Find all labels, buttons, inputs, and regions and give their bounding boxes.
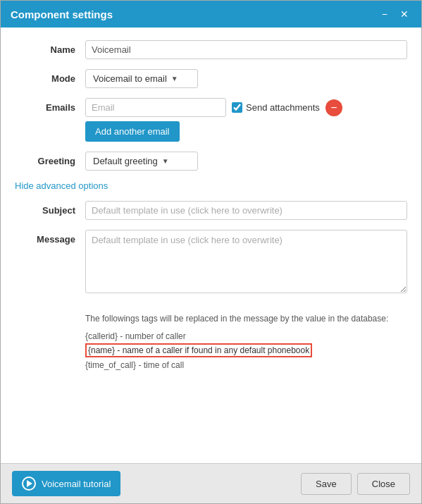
email-input-wrap: [85, 98, 226, 117]
message-field-wrap: [85, 230, 407, 295]
remove-email-button[interactable]: −: [325, 99, 342, 116]
tags-info-row: The followings tags will be replaced in …: [15, 305, 407, 372]
send-attachments-label: Send attachments: [246, 102, 320, 113]
form-content: Name Mode Voicemail to email ▼ Emails: [1, 27, 421, 463]
close-button[interactable]: Close: [357, 473, 410, 495]
message-row: Message: [15, 230, 407, 295]
send-attachments-wrap: Send attachments: [232, 102, 320, 113]
mode-field-wrap: Voicemail to email ▼: [85, 69, 407, 88]
message-textarea[interactable]: [85, 230, 407, 293]
name-input[interactable]: [85, 40, 407, 59]
play-icon: [22, 477, 36, 491]
greeting-dropdown-arrow: ▼: [162, 157, 169, 165]
send-attachments-checkbox[interactable]: [232, 102, 242, 113]
title-bar: Component settings − ✕: [1, 1, 421, 27]
tags-info-label-spacer: [15, 305, 85, 309]
tag2-highlighted: {name} - name of a caller if found in an…: [85, 343, 407, 357]
subject-input[interactable]: [85, 201, 407, 220]
save-button[interactable]: Save: [301, 473, 352, 495]
footer-right-buttons: Save Close: [301, 473, 410, 495]
email-input[interactable]: [85, 98, 226, 117]
close-window-button[interactable]: ✕: [397, 8, 411, 20]
tags-info-content: The followings tags will be replaced in …: [85, 305, 407, 372]
greeting-row: Greeting Default greeting ▼: [15, 152, 407, 171]
greeting-field-wrap: Default greeting ▼: [85, 152, 407, 171]
hide-advanced-link[interactable]: Hide advanced options: [15, 180, 407, 191]
footer: Voicemail tutorial Save Close: [1, 463, 421, 503]
subject-row: Subject: [15, 201, 407, 220]
email-entry-row: Send attachments −: [85, 98, 407, 117]
mode-row: Mode Voicemail to email ▼: [15, 69, 407, 88]
add-email-button[interactable]: Add another email: [85, 121, 180, 142]
name-field-wrap: [85, 40, 407, 59]
dialog-title: Component settings: [11, 8, 113, 20]
advanced-section: Subject Message The followings tags will…: [15, 201, 407, 382]
tags-info-text: The followings tags will be replaced in …: [85, 312, 407, 325]
mode-dropdown-arrow: ▼: [171, 75, 178, 82]
tag3: {time_of_call} - time of call: [85, 358, 407, 372]
emails-section: Send attachments − Add another email: [85, 98, 407, 142]
name-label: Name: [15, 40, 85, 55]
emails-row: Emails Send attachments − Add another em…: [15, 98, 407, 142]
emails-field-wrap: Send attachments − Add another email: [85, 98, 407, 142]
tutorial-label: Voicemail tutorial: [42, 479, 111, 489]
name-row: Name: [15, 40, 407, 59]
tags-list: {callerid} - number of caller {name} - n…: [85, 329, 407, 372]
mode-dropdown[interactable]: Voicemail to email ▼: [85, 69, 198, 88]
title-bar-controls: − ✕: [379, 8, 411, 20]
play-triangle: [27, 480, 32, 487]
greeting-dropdown[interactable]: Default greeting ▼: [85, 152, 198, 171]
greeting-label: Greeting: [15, 152, 85, 166]
subject-field-wrap: [85, 201, 407, 220]
tutorial-button[interactable]: Voicemail tutorial: [12, 471, 120, 496]
subject-label: Subject: [15, 201, 85, 216]
minimize-button[interactable]: −: [379, 8, 390, 20]
message-label: Message: [15, 230, 85, 245]
mode-value: Voicemail to email: [93, 73, 167, 84]
emails-label: Emails: [15, 98, 85, 113]
tag1: {callerid} - number of caller: [85, 329, 407, 343]
tag2-text: {name} - name of a caller if found in an…: [85, 343, 312, 357]
greeting-value: Default greeting: [93, 156, 158, 166]
mode-label: Mode: [15, 69, 85, 84]
component-settings-dialog: Component settings − ✕ Name Mode Voicema…: [0, 0, 422, 504]
